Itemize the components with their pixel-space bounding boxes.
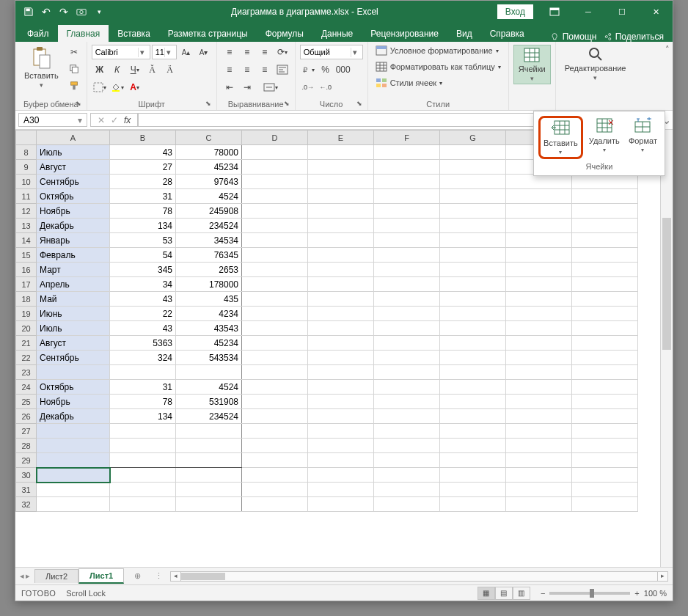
cell-C23[interactable] bbox=[176, 365, 242, 380]
cell-C26[interactable]: 234524 bbox=[176, 409, 242, 424]
cell-styles-button[interactable]: Стили ячеек ▾ bbox=[373, 77, 504, 89]
increase-indent-icon[interactable]: ⇥ bbox=[239, 80, 255, 95]
bold-button[interactable]: Ж bbox=[92, 62, 108, 77]
cell-E30[interactable] bbox=[308, 468, 374, 483]
cell-E8[interactable] bbox=[308, 145, 374, 160]
row-header-17[interactable]: 17 bbox=[16, 277, 37, 292]
cell-G29[interactable] bbox=[440, 453, 506, 468]
cell-D11[interactable] bbox=[242, 189, 308, 204]
cell-B22[interactable]: 324 bbox=[110, 351, 176, 365]
row-header-19[interactable]: 19 bbox=[16, 307, 37, 321]
cell-E28[interactable] bbox=[308, 439, 374, 453]
cell-C16[interactable]: 2653 bbox=[176, 263, 242, 277]
cell-B8[interactable]: 43 bbox=[110, 145, 176, 160]
cell-E23[interactable] bbox=[308, 365, 374, 380]
cell-G15[interactable] bbox=[440, 248, 506, 263]
row-header-30[interactable]: 30 bbox=[16, 468, 37, 483]
cell-C8[interactable]: 78000 bbox=[176, 145, 242, 160]
cell-A12[interactable]: Ноябрь bbox=[37, 204, 110, 219]
cell-I12[interactable] bbox=[572, 204, 638, 219]
cell-C27[interactable] bbox=[176, 424, 242, 439]
format-cells-button[interactable]: Формат▾ bbox=[626, 116, 660, 159]
cell-A19[interactable]: Июнь bbox=[37, 307, 110, 321]
cell-B12[interactable]: 78 bbox=[110, 204, 176, 219]
cell-I21[interactable] bbox=[572, 336, 638, 351]
cell-I16[interactable] bbox=[572, 263, 638, 277]
orientation-icon[interactable]: ⟳▾ bbox=[274, 45, 290, 59]
cell-F32[interactable] bbox=[374, 497, 440, 512]
cell-F22[interactable] bbox=[374, 351, 440, 365]
cell-B11[interactable]: 31 bbox=[110, 189, 176, 204]
cell-B30[interactable] bbox=[110, 468, 176, 483]
cell-H20[interactable] bbox=[506, 321, 572, 336]
tab-insert[interactable]: Вставка bbox=[109, 25, 159, 42]
column-header-G[interactable]: G bbox=[440, 131, 506, 145]
percent-format-icon[interactable]: % bbox=[318, 62, 334, 77]
row-header-13[interactable]: 13 bbox=[16, 219, 37, 233]
cell-I13[interactable] bbox=[572, 219, 638, 233]
row-header-15[interactable]: 15 bbox=[16, 248, 37, 263]
sheet-tab-1[interactable]: Лист1 bbox=[78, 568, 124, 584]
cell-C31[interactable] bbox=[176, 483, 242, 497]
cell-A10[interactable]: Сентябрь bbox=[37, 175, 110, 189]
cell-H19[interactable] bbox=[506, 307, 572, 321]
cut-icon[interactable]: ✂ bbox=[66, 45, 82, 59]
cell-H32[interactable] bbox=[506, 497, 572, 512]
tab-file[interactable]: Файл bbox=[18, 25, 58, 42]
cell-A25[interactable]: Ноябрь bbox=[37, 395, 110, 409]
cell-F12[interactable] bbox=[374, 204, 440, 219]
cell-A13[interactable]: Декабрь bbox=[37, 219, 110, 233]
cell-G26[interactable] bbox=[440, 409, 506, 424]
cell-F11[interactable] bbox=[374, 189, 440, 204]
cell-D24[interactable] bbox=[242, 380, 308, 395]
cell-C11[interactable]: 4524 bbox=[176, 189, 242, 204]
cell-I29[interactable] bbox=[572, 453, 638, 468]
cell-C9[interactable]: 45234 bbox=[176, 160, 242, 175]
cell-E26[interactable] bbox=[308, 409, 374, 424]
cell-B27[interactable] bbox=[110, 424, 176, 439]
delete-cells-button[interactable]: Удалить▾ bbox=[586, 116, 623, 159]
cell-D9[interactable] bbox=[242, 160, 308, 175]
cell-H21[interactable] bbox=[506, 336, 572, 351]
cell-F15[interactable] bbox=[374, 248, 440, 263]
cell-G14[interactable] bbox=[440, 233, 506, 248]
cell-F21[interactable] bbox=[374, 336, 440, 351]
cell-E24[interactable] bbox=[308, 380, 374, 395]
cell-D26[interactable] bbox=[242, 409, 308, 424]
cell-F31[interactable] bbox=[374, 483, 440, 497]
cell-H25[interactable] bbox=[506, 395, 572, 409]
cell-D15[interactable] bbox=[242, 248, 308, 263]
cell-D30[interactable] bbox=[242, 468, 308, 483]
cell-C17[interactable]: 178000 bbox=[176, 277, 242, 292]
share-button[interactable]: Поделиться bbox=[604, 32, 664, 42]
cell-C24[interactable]: 4524 bbox=[176, 380, 242, 395]
cell-C14[interactable]: 34534 bbox=[176, 233, 242, 248]
cell-D16[interactable] bbox=[242, 263, 308, 277]
increase-decimal-icon[interactable]: .0→ bbox=[300, 80, 316, 95]
cell-E14[interactable] bbox=[308, 233, 374, 248]
row-header-32[interactable]: 32 bbox=[16, 497, 37, 512]
align-center-icon[interactable]: ≡ bbox=[239, 62, 255, 77]
cell-H17[interactable] bbox=[506, 277, 572, 292]
page-layout-view-icon[interactable]: ▤ bbox=[495, 587, 513, 600]
zoom-slider[interactable] bbox=[549, 592, 630, 595]
page-break-view-icon[interactable]: ▥ bbox=[513, 587, 530, 600]
cell-E29[interactable] bbox=[308, 453, 374, 468]
cell-B19[interactable]: 22 bbox=[110, 307, 176, 321]
cell-H16[interactable] bbox=[506, 263, 572, 277]
row-header-9[interactable]: 9 bbox=[16, 160, 37, 175]
cell-H23[interactable] bbox=[506, 365, 572, 380]
cell-A16[interactable]: Март bbox=[37, 263, 110, 277]
cell-E21[interactable] bbox=[308, 336, 374, 351]
cell-B26[interactable]: 134 bbox=[110, 409, 176, 424]
cell-H26[interactable] bbox=[506, 409, 572, 424]
cell-I19[interactable] bbox=[572, 307, 638, 321]
cell-C30[interactable] bbox=[176, 468, 242, 483]
cell-A22[interactable]: Сентябрь bbox=[37, 351, 110, 365]
cell-I10[interactable] bbox=[572, 175, 638, 189]
row-header-29[interactable]: 29 bbox=[16, 453, 37, 468]
column-header-A[interactable]: A bbox=[37, 131, 110, 145]
cell-C19[interactable]: 4234 bbox=[176, 307, 242, 321]
cell-D23[interactable] bbox=[242, 365, 308, 380]
cell-I28[interactable] bbox=[572, 439, 638, 453]
